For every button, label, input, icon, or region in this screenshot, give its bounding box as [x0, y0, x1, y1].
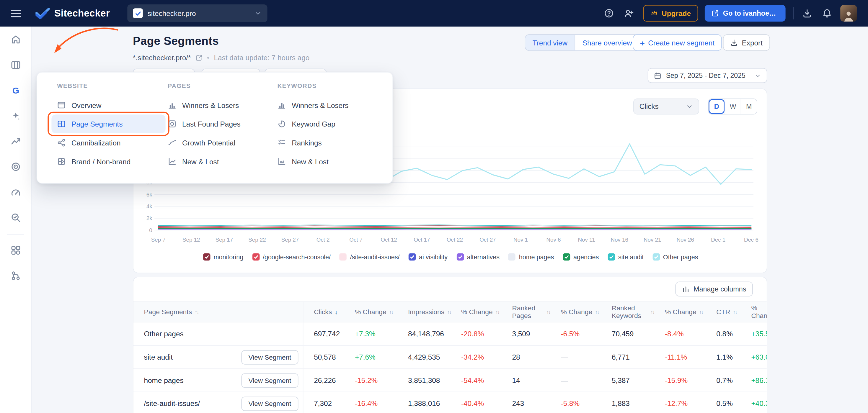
legend-item-ai-visibility[interactable]: ai visibility [408, 253, 447, 261]
checked-checkbox-icon[interactable] [563, 253, 570, 261]
column-header-ranked-pages-5[interactable]: Ranked Pages↑↓ [502, 304, 550, 320]
export-button[interactable]: Export [723, 34, 770, 51]
menu-item-brand-non-brand[interactable]: Brand / Non-brand [51, 152, 165, 171]
sort-icon[interactable]: ↑↓ [389, 309, 393, 315]
menu-item-page-segments[interactable]: Page Segments [51, 114, 165, 133]
sort-icon[interactable]: ↑↓ [650, 309, 654, 315]
sort-icon[interactable]: ↑↓ [195, 309, 199, 315]
granularity-w[interactable]: W [724, 99, 740, 114]
column-header-change-6[interactable]: % Change↑↓ [550, 308, 601, 316]
column-header-ranked-keywords-7[interactable]: Ranked Keywords↑↓ [601, 304, 654, 320]
share-overview-button[interactable]: Share overview [575, 35, 639, 50]
view-segment-button[interactable]: View Segment [241, 373, 298, 388]
sidebar-item-google-g[interactable]: G [6, 80, 26, 100]
sitechecker-app: Sitechecker sitechecker.pro Upgrade Go t… [0, 0, 868, 413]
menu-item-new-lost[interactable]: New & Lost [272, 152, 377, 171]
brand[interactable]: Sitechecker [35, 7, 110, 19]
sidebar-item-sections[interactable] [6, 55, 26, 75]
legend-item-site-audit-issues[interactable]: /site-audit-issues/ [340, 253, 399, 261]
column-header-impressions-3[interactable]: Impressions↑↓ [397, 308, 451, 316]
menu-item-keyword-gap[interactable]: Keyword Gap [272, 114, 377, 133]
trend-view-button[interactable]: Trend view [525, 35, 575, 50]
cell: -16.4% [344, 400, 397, 408]
column-header-page-segments[interactable]: Page Segments↑↓ [133, 302, 304, 322]
sidebar-item-home[interactable] [6, 29, 26, 49]
notifications-icon[interactable] [820, 7, 834, 20]
legend-item-alternatives[interactable]: alternatives [457, 253, 500, 261]
sort-icon[interactable]: ↑↓ [699, 309, 703, 315]
column-header-change-10[interactable]: % Change↑↓ [741, 304, 767, 320]
page-segments-icon [57, 119, 66, 128]
column-header-clicks[interactable]: Clicks↓ [304, 308, 345, 316]
sort-icon[interactable]: ↑↓ [733, 309, 737, 315]
goto-project-button[interactable]: Go to ivanhoegrou... [705, 5, 786, 22]
cell: -34.2% [451, 353, 502, 361]
legend-item-site-audit[interactable]: site audit [608, 253, 644, 261]
unchecked-checkbox-icon[interactable] [508, 253, 516, 261]
growth-icon [168, 138, 177, 147]
column-header-change-8[interactable]: % Change↑↓ [654, 308, 706, 316]
menu-item-new-lost[interactable]: New & Lost [162, 152, 267, 171]
view-segment-button[interactable]: View Segment [241, 396, 298, 411]
menu-item-winners-losers[interactable]: Winners & Losers [272, 96, 377, 114]
sidebar-item-radar[interactable] [6, 157, 26, 177]
column-header-change[interactable]: % Change↑↓ [344, 308, 397, 316]
upgrade-button[interactable]: Upgrade [643, 5, 698, 22]
menu-item-winners-losers[interactable]: Winners & Losers [162, 96, 267, 114]
legend-item-other-pages[interactable]: Other pages [652, 253, 698, 261]
menu-item-rankings[interactable]: Rankings [272, 133, 377, 152]
menu-icon[interactable] [11, 10, 21, 17]
cell: 1,883 [601, 400, 654, 408]
sidebar-item-integrations[interactable] [6, 266, 26, 285]
view-segment-button[interactable]: View Segment [241, 350, 298, 364]
sort-icon[interactable]: ↓ [335, 309, 337, 316]
last-found-icon [168, 119, 177, 128]
sidebar-item-search-check[interactable] [6, 207, 26, 228]
legend-label: monitoring [214, 254, 244, 261]
checked-checkbox-icon[interactable] [203, 253, 210, 261]
checked-checkbox-icon[interactable] [608, 253, 615, 261]
sidebar-item-trend[interactable] [6, 131, 26, 151]
domain-selector[interactable]: sitechecker.pro [128, 4, 268, 22]
granularity-d[interactable]: D [709, 99, 724, 114]
column-header-change-4[interactable]: % Change↑↓ [451, 308, 502, 316]
sidebar-item-sparkles[interactable] [6, 106, 26, 126]
metric-select-value: Clicks [640, 102, 659, 111]
manage-columns-button[interactable]: Manage columns [675, 281, 753, 297]
checked-checkbox-icon[interactable] [652, 253, 659, 261]
menu-item-cannibalization[interactable]: Cannibalization [51, 133, 165, 152]
checked-checkbox-icon[interactable] [252, 253, 259, 261]
table-row-home-pages: home pagesView Segment26,226-15.2%3,851,… [133, 369, 767, 392]
unchecked-checkbox-icon[interactable] [340, 253, 347, 261]
avatar[interactable] [840, 5, 857, 22]
segment-name-cell: home pagesView Segment [133, 369, 304, 392]
cell: 3,851,308 [397, 376, 451, 384]
download-icon[interactable] [800, 7, 814, 20]
granularity-m[interactable]: M [741, 99, 757, 114]
menu-column-pages: PAGESWinners & LosersLast Found PagesGro… [162, 82, 267, 171]
menu-item-last-found-pages[interactable]: Last Found Pages [162, 114, 267, 133]
svg-text:Sep 7: Sep 7 [151, 237, 166, 243]
legend-item-google-search-console[interactable]: /google-search-console/ [252, 253, 331, 261]
separator-dot: • [207, 54, 210, 62]
legend-item-home-pages[interactable]: home pages [508, 253, 554, 261]
sidebar-item-apps[interactable] [6, 240, 26, 260]
svg-text:4k: 4k [147, 203, 152, 209]
menu-item-growth-potential[interactable]: Growth Potential [162, 133, 267, 152]
help-icon[interactable] [602, 7, 616, 20]
legend-item-monitoring[interactable]: monitoring [203, 253, 243, 261]
legend-item-agencies[interactable]: agencies [563, 253, 599, 261]
sort-icon[interactable]: ↑↓ [547, 309, 550, 315]
sort-icon[interactable]: ↑↓ [495, 309, 499, 315]
external-link-icon[interactable] [195, 54, 202, 61]
menu-item-overview[interactable]: Overview [51, 96, 165, 114]
checked-checkbox-icon[interactable] [457, 253, 464, 261]
sidebar-item-gauge[interactable] [6, 182, 26, 202]
column-header-ctr-9[interactable]: CTR↑↓ [706, 308, 741, 316]
sort-icon[interactable]: ↑↓ [595, 309, 599, 315]
create-segment-button[interactable]: + Create new segment [633, 34, 721, 51]
metric-select[interactable]: Clicks [633, 99, 699, 114]
invite-user-icon[interactable] [622, 7, 636, 20]
checked-checkbox-icon[interactable] [408, 253, 415, 261]
date-range-picker[interactable]: Sep 7, 2025 - Dec 7, 2025 [648, 68, 767, 83]
